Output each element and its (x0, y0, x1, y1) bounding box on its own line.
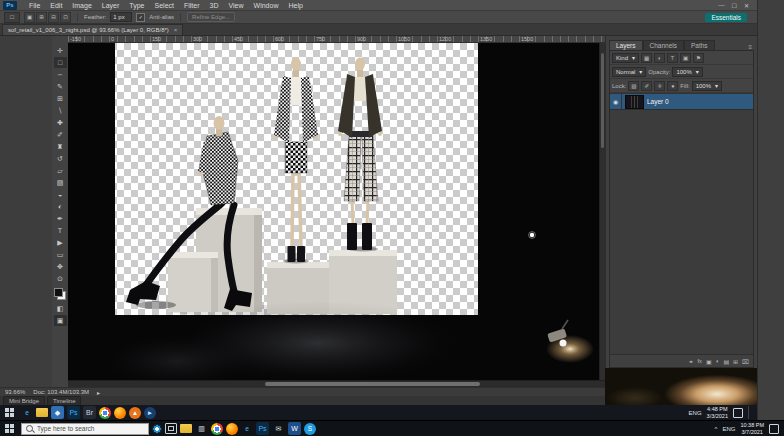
lock-all-icon[interactable]: ● (667, 81, 678, 91)
layer-thumbnail[interactable] (625, 95, 644, 109)
filter-shape-layers-icon[interactable]: ▣ (680, 53, 691, 63)
horizontal-scrollbar-thumb[interactable] (265, 382, 480, 386)
tray-chevron-icon[interactable]: ^ (715, 426, 718, 432)
tool-gradient[interactable]: ▨ (54, 177, 67, 188)
tool-crop[interactable]: ⊞ (54, 93, 67, 104)
tool-hand[interactable]: ✥ (54, 261, 67, 272)
skype-icon[interactable]: S (304, 423, 316, 435)
lock-transparent-pixels-icon[interactable]: ▨ (628, 81, 639, 91)
bridge-icon[interactable]: Br (83, 406, 96, 419)
intersect-selection-icon[interactable]: ⊡ (60, 12, 71, 23)
tool-quick-selection[interactable]: ✎ (54, 81, 67, 92)
tool-rectangle[interactable]: ▭ (54, 249, 67, 260)
menu-type[interactable]: Type (124, 2, 149, 9)
tool-rectangular-marquee[interactable]: □ (54, 57, 67, 68)
tool-clone-stamp[interactable]: ♜ (54, 141, 67, 152)
menu-window[interactable]: Window (249, 2, 284, 9)
file-explorer-icon[interactable] (36, 408, 48, 417)
tab-paths[interactable]: Paths (684, 40, 715, 50)
tab-close-icon[interactable]: × (174, 27, 178, 33)
canvas[interactable] (68, 43, 605, 380)
workspace-switcher-button[interactable]: Essentials (705, 13, 747, 22)
media-player-icon[interactable]: ► (144, 407, 156, 419)
tool-blur[interactable]: ◒ (54, 189, 67, 200)
subtract-from-selection-icon[interactable]: ⊟ (48, 12, 59, 23)
firefox-icon[interactable] (114, 407, 126, 419)
filter-type-layers-icon[interactable]: T (667, 53, 678, 63)
menu-image[interactable]: Image (67, 2, 96, 9)
eye-icon[interactable]: ◉ (610, 94, 622, 109)
menu-layer[interactable]: Layer (97, 2, 125, 9)
opacity-field[interactable]: 100% ▾ (672, 67, 702, 77)
vertical-scrollbar-thumb[interactable] (601, 53, 604, 148)
menu-filter[interactable]: Filter (179, 2, 205, 9)
file-explorer-icon[interactable] (180, 424, 192, 433)
tool-pen[interactable]: ✒ (54, 213, 67, 224)
search-box[interactable]: Type here to search (21, 423, 149, 435)
tool-lasso[interactable]: ∽ (54, 69, 67, 80)
tab-channels[interactable]: Channels (643, 40, 684, 50)
action-center-icon[interactable] (733, 408, 743, 418)
microsoft-store-icon[interactable]: ▥ (195, 422, 208, 435)
photoshop-icon[interactable]: Ps (256, 422, 269, 435)
menu-3d[interactable]: 3D (205, 2, 224, 9)
clock[interactable]: 4:48 PM 3/3/2021 (707, 406, 728, 419)
canvas-image[interactable] (68, 43, 605, 380)
layer-effects-icon[interactable]: fx (697, 358, 702, 364)
fill-field[interactable]: 100% ▾ (692, 81, 722, 91)
chrome-icon[interactable] (211, 423, 223, 435)
antialias-checkbox[interactable]: ✓ (136, 13, 145, 22)
edge-icon[interactable]: e (21, 407, 33, 419)
add-layer-mask-icon[interactable]: ▣ (706, 358, 712, 365)
filter-pixel-layers-icon[interactable]: ▦ (641, 53, 652, 63)
mail-icon[interactable]: ✉ (272, 422, 285, 435)
menu-edit[interactable]: Edit (45, 2, 67, 9)
minimize-button[interactable]: — (719, 2, 725, 9)
tool-brush[interactable]: ✐ (54, 129, 67, 140)
start-button[interactable] (5, 408, 14, 417)
new-selection-icon[interactable]: ▣ (24, 12, 35, 23)
tool-type[interactable]: T (54, 225, 67, 236)
clock[interactable]: 10:38 PM 3/7/2021 (740, 422, 764, 435)
tool-move[interactable]: ✛ (54, 45, 67, 56)
tool-quick-mask[interactable]: ◧ (54, 303, 67, 314)
tool-healing-brush[interactable]: ✚ (54, 117, 67, 128)
photoshop-icon[interactable]: Ps (67, 406, 80, 419)
show-desktop-button[interactable] (748, 406, 752, 419)
refine-edge-button[interactable]: Refine Edge... (187, 12, 235, 22)
edge-icon[interactable]: e (241, 423, 253, 435)
panel-tab-timeline[interactable]: Timeline (47, 396, 81, 405)
delete-layer-icon[interactable]: ⌧ (742, 358, 749, 365)
firefox-icon[interactable] (226, 423, 238, 435)
tool-eraser[interactable]: ▱ (54, 165, 67, 176)
tab-layers[interactable]: Layers (609, 40, 643, 50)
lock-image-pixels-icon[interactable]: ✐ (641, 81, 652, 91)
new-group-icon[interactable]: ▤ (723, 358, 729, 365)
windows-defender-icon[interactable]: ◆ (51, 406, 64, 419)
task-view-icon[interactable] (165, 423, 177, 434)
language-indicator[interactable]: ENG (689, 410, 702, 416)
start-button[interactable] (5, 424, 14, 433)
menu-file[interactable]: File (24, 2, 45, 9)
horizontal-scrollbar[interactable] (68, 380, 605, 387)
blend-mode-dropdown[interactable]: Normal ▾ (612, 67, 646, 77)
vlc-icon[interactable]: ▲ (129, 407, 141, 419)
close-button[interactable]: ✕ (744, 2, 749, 9)
panel-tab-mini-bridge[interactable]: Mini Bridge (3, 396, 45, 405)
menu-select[interactable]: Select (150, 2, 179, 9)
language-indicator[interactable]: ENG (722, 426, 735, 432)
foreground-color-swatch[interactable] (54, 288, 63, 297)
menu-help[interactable]: Help (283, 2, 307, 9)
cortana-icon[interactable] (152, 424, 162, 434)
lock-position-icon[interactable]: ✛ (654, 81, 665, 91)
new-layer-icon[interactable]: ⊞ (733, 358, 738, 365)
tool-eyedropper[interactable]: ∖ (54, 105, 67, 116)
tool-history-brush[interactable]: ↺ (54, 153, 67, 164)
status-arrow-icon[interactable]: ▸ (97, 389, 100, 396)
tool-preset-icon[interactable]: □ (4, 12, 20, 23)
tool-dodge[interactable]: ◐ (54, 201, 67, 212)
zoom-level-field[interactable]: 93.66% (5, 389, 25, 395)
filter-kind-dropdown[interactable]: Kind ▾ (612, 53, 639, 63)
filter-smart-objects-icon[interactable]: ⚑ (693, 53, 704, 63)
tool-screen-mode[interactable]: ▣ (54, 315, 67, 326)
